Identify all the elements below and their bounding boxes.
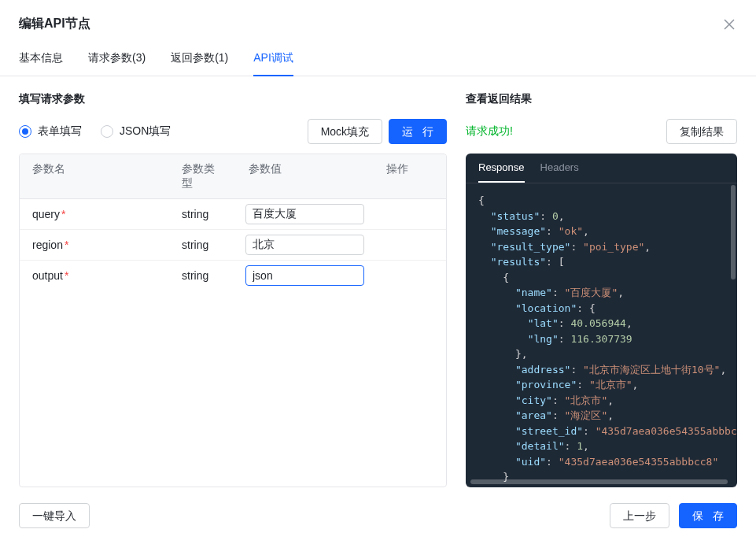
radio-form-fill[interactable]: 表单填写	[19, 124, 82, 139]
prev-step-button[interactable]: 上一步	[610, 503, 669, 528]
tab-headers[interactable]: Headers	[540, 161, 579, 183]
header-type: 参数类型	[169, 154, 236, 198]
table-row: query* string	[20, 199, 446, 230]
modal-footer: 一键导入 上一步 保 存	[0, 487, 756, 544]
required-mark: *	[65, 269, 68, 282]
tab-response[interactable]: Response	[478, 161, 525, 183]
close-icon[interactable]	[721, 17, 737, 32]
tab-response-params[interactable]: 返回参数(1)	[171, 45, 228, 76]
tab-basic-info[interactable]: 基本信息	[19, 45, 63, 76]
request-panel: 填写请求参数 表单填写 JSON填写 Mock填充 运 行	[19, 92, 447, 487]
status-badge: 请求成功!	[466, 124, 513, 139]
param-table: 参数名 参数类型 参数值 操作 query* string region* st…	[19, 154, 447, 487]
param-name: query*	[20, 202, 169, 227]
param-table-header: 参数名 参数类型 参数值 操作	[20, 154, 446, 199]
run-button[interactable]: 运 行	[389, 119, 447, 144]
response-box: Response Headers { "status": 0, "message…	[466, 154, 737, 487]
scrollbar-horizontal[interactable]	[470, 479, 728, 484]
radio-label: 表单填写	[38, 124, 82, 139]
modal-header: 编辑API节点	[0, 0, 756, 45]
request-title: 填写请求参数	[19, 92, 447, 106]
fill-mode-radio-group: 表单填写 JSON填写	[19, 124, 171, 139]
copy-result-button[interactable]: 复制结果	[666, 119, 737, 144]
param-value-input[interactable]	[245, 204, 364, 224]
header-value: 参数值	[236, 154, 374, 198]
response-title: 查看返回结果	[466, 92, 737, 106]
param-type: string	[169, 263, 236, 288]
header-action: 操作	[374, 154, 446, 198]
header-name: 参数名	[20, 154, 169, 198]
radio-icon	[101, 125, 113, 138]
footer-right: 上一步 保 存	[610, 503, 737, 528]
param-name: output*	[20, 263, 169, 288]
param-type: string	[169, 232, 236, 257]
tab-request-params[interactable]: 请求参数(3)	[88, 45, 146, 76]
mock-fill-button[interactable]: Mock填充	[308, 119, 382, 144]
radio-label: JSON填写	[120, 124, 171, 139]
modal-body: 填写请求参数 表单填写 JSON填写 Mock填充 运 行	[0, 76, 756, 487]
table-row: output* string	[20, 261, 446, 291]
modal-title: 编辑API节点	[19, 16, 90, 32]
status-row: 请求成功! 复制结果	[466, 119, 737, 144]
radio-icon	[19, 125, 31, 138]
import-button[interactable]: 一键导入	[19, 503, 90, 528]
param-value-input[interactable]	[245, 265, 364, 286]
param-type: string	[169, 202, 236, 227]
response-tabs: Response Headers	[466, 154, 737, 183]
save-button[interactable]: 保 存	[679, 503, 737, 528]
required-mark: *	[61, 208, 65, 220]
response-code[interactable]: { "status": 0, "message": "ok", "result_…	[466, 183, 737, 487]
tab-bar: 基本信息 请求参数(3) 返回参数(1) API调试	[0, 45, 756, 76]
tab-api-debug[interactable]: API调试	[253, 45, 293, 76]
scrollbar-vertical[interactable]	[731, 185, 736, 279]
controls-row: 表单填写 JSON填写 Mock填充 运 行	[19, 119, 447, 144]
action-buttons: Mock填充 运 行	[308, 119, 447, 144]
response-panel: 查看返回结果 请求成功! 复制结果 Response Headers { "st…	[466, 92, 737, 487]
param-name: region*	[20, 232, 169, 257]
edit-api-modal: 编辑API节点 基本信息 请求参数(3) 返回参数(1) API调试 填写请求参…	[0, 0, 756, 544]
table-row: region* string	[20, 230, 446, 261]
param-value-input[interactable]	[245, 235, 364, 255]
radio-json-fill[interactable]: JSON填写	[101, 124, 171, 139]
required-mark: *	[65, 239, 68, 251]
